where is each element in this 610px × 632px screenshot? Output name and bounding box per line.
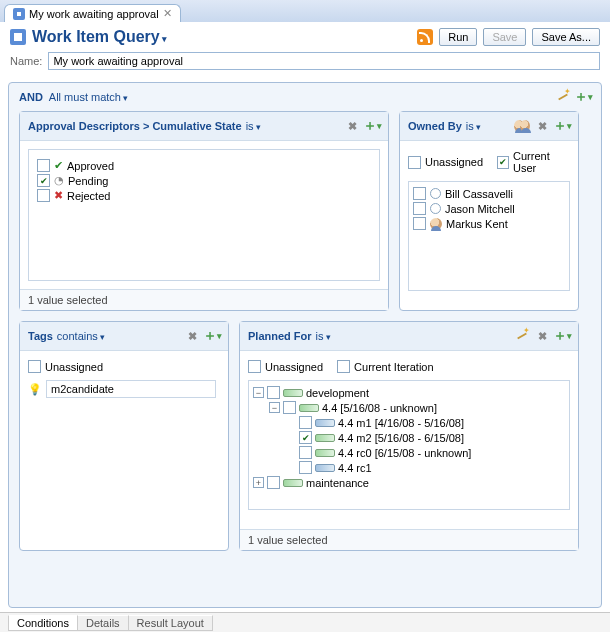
- add-approval-button[interactable]: ＋: [364, 118, 380, 134]
- check-icon: ✔: [54, 159, 63, 172]
- remove-tags-button[interactable]: ✖: [184, 328, 200, 344]
- tags-title: Tags: [28, 330, 53, 342]
- run-button[interactable]: Run: [439, 28, 477, 46]
- iteration-icon: [315, 419, 335, 427]
- and-label: AND: [19, 91, 43, 103]
- users-icon[interactable]: [514, 118, 530, 134]
- tree-node[interactable]: ✔4.4 m2 [5/16/08 - 6/15/08]: [285, 430, 565, 445]
- add-tags-button[interactable]: ＋: [204, 328, 220, 344]
- wand-icon[interactable]: [555, 89, 571, 105]
- tags-unassigned[interactable]: Unassigned: [28, 359, 220, 374]
- planned-unassigned[interactable]: Unassigned: [248, 359, 323, 374]
- filter-icon[interactable]: [514, 328, 530, 344]
- user-icon: [430, 218, 442, 230]
- tab-conditions[interactable]: Conditions: [8, 615, 78, 631]
- tree-node[interactable]: 4.4 rc1: [285, 460, 565, 475]
- planned-for-panel: Planned For is ✖ ＋ Unassigned Current It…: [239, 321, 579, 551]
- planned-footer: 1 value selected: [240, 529, 578, 550]
- save-button: Save: [483, 28, 526, 46]
- tree-node[interactable]: −4.4 [5/16/08 - unknown]: [269, 400, 565, 415]
- planned-title: Planned For: [248, 330, 312, 342]
- x-icon: ✖: [54, 189, 63, 202]
- editor-tab[interactable]: My work awaiting approval ✕: [4, 4, 181, 22]
- iteration-icon: [315, 464, 335, 472]
- planned-current-iteration[interactable]: Current Iteration: [337, 359, 433, 374]
- remove-approval-button[interactable]: ✖: [344, 118, 360, 134]
- name-label: Name:: [10, 55, 42, 67]
- close-icon[interactable]: ✕: [163, 7, 172, 20]
- approval-item[interactable]: ✖Rejected: [37, 188, 371, 203]
- user-item[interactable]: Bill Cassavelli: [413, 186, 565, 201]
- approval-footer: 1 value selected: [20, 289, 388, 310]
- tags-panel: Tags contains ✖ ＋ Unassigned 💡: [19, 321, 229, 551]
- tab-title: My work awaiting approval: [29, 8, 159, 20]
- name-input[interactable]: [48, 52, 600, 70]
- iteration-icon: [299, 404, 319, 412]
- remove-owned-button[interactable]: ✖: [534, 118, 550, 134]
- rss-icon[interactable]: [417, 29, 433, 45]
- iteration-icon: [283, 479, 303, 487]
- conditions-panel: AND All must match ＋ Approval Descriptor…: [8, 82, 602, 608]
- query-icon: [13, 8, 25, 20]
- add-condition-button[interactable]: ＋: [575, 89, 591, 105]
- tree-node[interactable]: 4.4 rc0 [6/15/08 - unknown]: [285, 445, 565, 460]
- tree-node[interactable]: −development: [253, 385, 565, 400]
- tree-node[interactable]: 4.4 m1 [4/16/08 - 5/16/08]: [285, 415, 565, 430]
- tree-node[interactable]: +maintenance: [253, 475, 565, 490]
- name-row: Name:: [0, 52, 610, 78]
- footer-tabs: Conditions Details Result Layout: [0, 612, 610, 632]
- owned-title: Owned By: [408, 120, 462, 132]
- add-owned-button[interactable]: ＋: [554, 118, 570, 134]
- user-item[interactable]: Jason Mitchell: [413, 201, 565, 216]
- approval-item[interactable]: ✔Approved: [37, 158, 371, 173]
- planned-op[interactable]: is: [316, 330, 331, 342]
- user-item[interactable]: Markus Kent: [413, 216, 565, 231]
- tag-input[interactable]: [46, 380, 216, 398]
- owned-unassigned[interactable]: Unassigned: [408, 149, 483, 175]
- owned-op[interactable]: is: [466, 120, 481, 132]
- iteration-icon: [315, 434, 335, 442]
- tab-bar: My work awaiting approval ✕: [0, 0, 610, 22]
- iteration-icon: [283, 389, 303, 397]
- and-row: AND All must match ＋: [9, 83, 601, 111]
- owned-current-user[interactable]: ✔Current User: [497, 149, 570, 175]
- page-title[interactable]: Work Item Query: [32, 28, 167, 46]
- toolbar: Work Item Query Run Save Save As...: [0, 22, 610, 52]
- save-as-button[interactable]: Save As...: [532, 28, 600, 46]
- iteration-tree: −development −4.4 [5/16/08 - unknown] 4.…: [248, 380, 570, 510]
- iteration-icon: [315, 449, 335, 457]
- approval-panel: Approval Descriptors > Cumulative State …: [19, 111, 389, 311]
- query-icon: [10, 29, 26, 45]
- match-mode-dropdown[interactable]: All must match: [49, 91, 129, 103]
- tab-details[interactable]: Details: [77, 615, 129, 631]
- clock-icon: ◔: [54, 174, 64, 187]
- owned-by-panel: Owned By is ✖ ＋ Unassigned ✔Current User…: [399, 111, 579, 311]
- approval-op[interactable]: is: [246, 120, 261, 132]
- approval-item[interactable]: ✔◔Pending: [37, 173, 371, 188]
- approval-title: Approval Descriptors > Cumulative State: [28, 120, 242, 132]
- tab-result-layout[interactable]: Result Layout: [128, 615, 213, 631]
- tags-op[interactable]: contains: [57, 330, 106, 342]
- add-planned-button[interactable]: ＋: [554, 328, 570, 344]
- remove-planned-button[interactable]: ✖: [534, 328, 550, 344]
- lightbulb-icon: 💡: [28, 383, 42, 396]
